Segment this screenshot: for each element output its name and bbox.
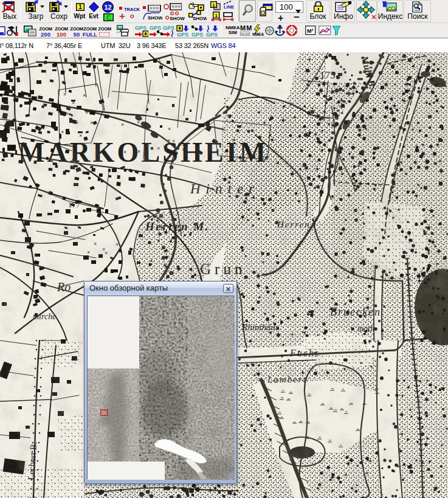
svg-text:1: 1 xyxy=(212,2,215,8)
svg-text:12: 12 xyxy=(104,4,111,11)
svg-text:SHOW: SHOW xyxy=(148,15,162,21)
svg-text:GPS: GPS xyxy=(177,32,188,37)
svg-text:TRACK: TRACK xyxy=(124,7,140,12)
svg-text:1: 1 xyxy=(78,4,82,10)
svg-text:1: 1 xyxy=(215,13,218,18)
svg-text:SHOW: SHOW xyxy=(170,16,185,21)
svg-text:GPS: GPS xyxy=(191,32,203,37)
svg-text:C: C xyxy=(106,15,111,21)
svg-text:GPS: GPS xyxy=(150,25,161,31)
svg-text:NMEA: NMEA xyxy=(252,32,264,36)
svg-text:M²: M² xyxy=(307,28,314,34)
svg-text:SHOW: SHOW xyxy=(193,16,207,21)
svg-text:GPS: GPS xyxy=(135,25,146,31)
svg-text:GPS: GPS xyxy=(206,32,218,37)
svg-text:GPS: GPS xyxy=(163,25,174,31)
svg-text:LINE: LINE xyxy=(224,4,234,9)
